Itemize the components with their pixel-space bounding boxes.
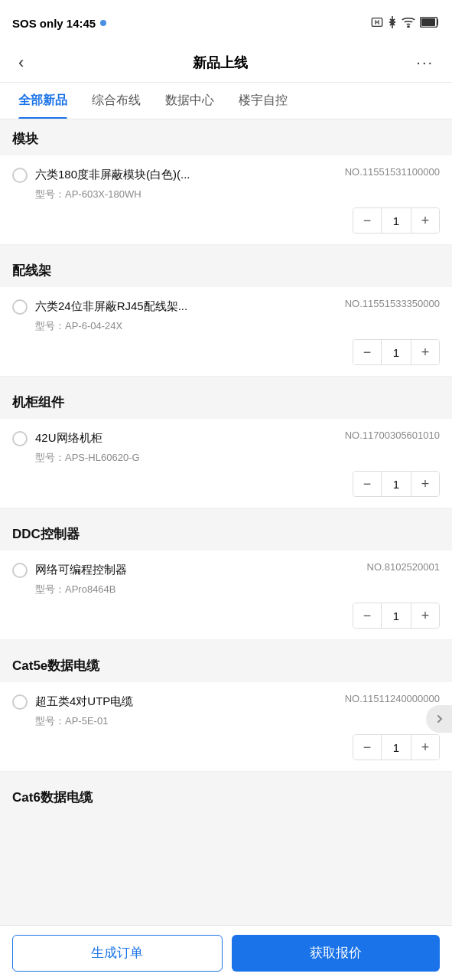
product-left-p2: 六类24位非屏蔽RJ45配线架...	[12, 298, 339, 315]
product-no-p3: NO.11700305601010	[345, 430, 440, 441]
section-module: 模块 六类180度非屏蔽模块(白色)(... NO.11551531100000…	[0, 119, 452, 245]
product-card-p2: 六类24位非屏蔽RJ45配线架... NO.11551533350000 型号：…	[0, 287, 452, 377]
qty-control-p1: − 1 +	[353, 207, 440, 234]
content-area: 模块 六类180度非屏蔽模块(白色)(... NO.11551531100000…	[0, 119, 452, 875]
qty-value-p3: 1	[381, 472, 411, 496]
product-model-p3: 型号：APS-HL60620-G	[35, 451, 440, 465]
product-model-p5: 型号：AP-5E-01	[35, 714, 440, 728]
section-header-ddc: DDC控制器	[0, 514, 452, 550]
qty-plus-p1[interactable]: +	[411, 208, 439, 233]
product-bottom-p1: − 1 +	[12, 207, 440, 234]
page-title: 新品上线	[193, 54, 248, 72]
qty-minus-p4[interactable]: −	[353, 603, 381, 628]
qty-control-p4: − 1 +	[353, 603, 440, 629]
product-card-p5: 超五类4对UTP电缆 NO.11511240000000 型号：AP-5E-01…	[0, 682, 452, 772]
wifi-icon	[402, 17, 415, 30]
product-name-p1: 六类180度非屏蔽模块(白色)(...	[35, 166, 339, 182]
generate-order-button[interactable]: 生成订单	[12, 935, 223, 972]
product-card-p4: 网络可编程控制器 NO.8102520001 型号：APro8464B − 1 …	[0, 550, 452, 640]
status-icons	[371, 16, 440, 31]
product-left-p5: 超五类4对UTP电缆	[12, 693, 339, 710]
product-name-p3: 42U网络机柜	[35, 430, 339, 446]
qty-control-p2: − 1 +	[353, 339, 440, 365]
tab-building[interactable]: 楼宇自控	[226, 83, 300, 119]
divider-4	[0, 640, 452, 646]
get-quote-button[interactable]: 获取报价	[232, 935, 441, 972]
qty-control-p3: − 1 +	[353, 471, 440, 497]
product-bottom-p4: − 1 +	[12, 603, 440, 629]
divider-1	[0, 245, 452, 251]
radio-p3[interactable]	[12, 431, 28, 446]
section-header-cat6: Cat6数据电缆	[0, 778, 452, 814]
qty-minus-p3[interactable]: −	[353, 472, 381, 496]
product-left-p1: 六类180度非屏蔽模块(白色)(...	[12, 166, 339, 183]
product-top-p5: 超五类4对UTP电缆 NO.11511240000000	[12, 693, 440, 710]
section-patchpanel: 配线架 六类24位非屏蔽RJ45配线架... NO.11551533350000…	[0, 251, 452, 377]
product-model-p4: 型号：APro8464B	[35, 583, 440, 596]
qty-minus-p5[interactable]: −	[353, 735, 381, 760]
qty-value-p5: 1	[381, 735, 411, 760]
qty-value-p4: 1	[381, 603, 411, 628]
product-top-p3: 42U网络机柜 NO.11700305601010	[12, 430, 440, 446]
divider-3	[0, 508, 452, 514]
product-name-p5: 超五类4对UTP电缆	[35, 693, 339, 709]
section-cat5e: Cat5e数据电缆 超五类4对UTP电缆 NO.11511240000000 型…	[0, 646, 452, 772]
qty-plus-p4[interactable]: +	[411, 603, 439, 628]
product-left-p3: 42U网络机柜	[12, 430, 339, 446]
tab-cabling[interactable]: 综合布线	[80, 83, 153, 119]
radio-p5[interactable]	[12, 694, 28, 710]
section-title-cat6: Cat6数据电缆	[12, 790, 93, 805]
qty-minus-p1[interactable]: −	[353, 208, 381, 233]
status-dot-icon	[100, 20, 106, 26]
back-button[interactable]: ‹	[12, 47, 30, 79]
product-no-p2: NO.11551533350000	[345, 298, 440, 309]
product-name-p2: 六类24位非屏蔽RJ45配线架...	[35, 298, 339, 314]
section-cat6: Cat6数据电缆	[0, 778, 452, 814]
more-button[interactable]: ···	[410, 47, 440, 77]
divider-5	[0, 772, 452, 778]
section-cabinet: 机柜组件 42U网络机柜 NO.11700305601010 型号：APS-HL…	[0, 383, 452, 508]
product-no-p5: NO.11511240000000	[345, 693, 440, 704]
qty-value-p2: 1	[381, 340, 411, 364]
section-title-ddc: DDC控制器	[12, 527, 80, 541]
product-left-p4: 网络可编程控制器	[12, 561, 361, 578]
battery-icon	[420, 17, 440, 30]
tab-all[interactable]: 全部新品	[6, 83, 80, 119]
qty-minus-p2[interactable]: −	[353, 340, 381, 364]
section-title-module: 模块	[12, 132, 38, 146]
bluetooth-icon	[388, 16, 397, 31]
tab-datacenter[interactable]: 数据中心	[153, 83, 226, 119]
product-top-p1: 六类180度非屏蔽模块(白色)(... NO.11551531100000	[12, 166, 440, 183]
status-info: SOS only 14:45	[12, 17, 106, 30]
tab-bar: 全部新品 综合布线 数据中心 楼宇自控	[0, 83, 452, 119]
qty-plus-p3[interactable]: +	[411, 472, 439, 496]
qty-plus-p5[interactable]: +	[411, 735, 439, 760]
section-header-patchpanel: 配线架	[0, 251, 452, 287]
section-title-cabinet: 机柜组件	[12, 395, 64, 410]
product-top-p4: 网络可编程控制器 NO.8102520001	[12, 561, 440, 578]
section-title-patchpanel: 配线架	[12, 263, 51, 278]
product-bottom-p5: − 1 +	[12, 734, 440, 760]
status-bar: SOS only 14:45	[0, 0, 452, 43]
product-model-p2: 型号：AP-6-04-24X	[35, 319, 440, 333]
section-title-cat5e: Cat5e数据电缆	[12, 658, 99, 673]
radio-p2[interactable]	[12, 299, 28, 315]
product-model-p1: 型号：AP-603X-180WH	[35, 188, 440, 201]
svg-rect-3	[421, 18, 435, 26]
nfc-icon	[371, 16, 383, 31]
section-header-module: 模块	[0, 119, 452, 155]
radio-p4[interactable]	[12, 563, 28, 578]
qty-plus-p2[interactable]: +	[411, 340, 439, 364]
nav-bar: ‹ 新品上线 ···	[0, 43, 452, 83]
product-bottom-p3: − 1 +	[12, 471, 440, 497]
product-name-p4: 网络可编程控制器	[35, 561, 361, 577]
section-header-cat5e: Cat5e数据电缆	[0, 646, 452, 682]
radio-p1[interactable]	[12, 168, 28, 183]
qty-control-p5: − 1 +	[353, 734, 440, 760]
product-card-p1: 六类180度非屏蔽模块(白色)(... NO.11551531100000 型号…	[0, 155, 452, 245]
product-top-p2: 六类24位非屏蔽RJ45配线架... NO.11551533350000	[12, 298, 440, 315]
svg-point-1	[408, 25, 409, 27]
product-card-p3: 42U网络机柜 NO.11700305601010 型号：APS-HL60620…	[0, 419, 452, 508]
bottom-bar: 生成订单 获取报价	[0, 925, 452, 980]
product-no-p4: NO.8102520001	[367, 561, 440, 573]
